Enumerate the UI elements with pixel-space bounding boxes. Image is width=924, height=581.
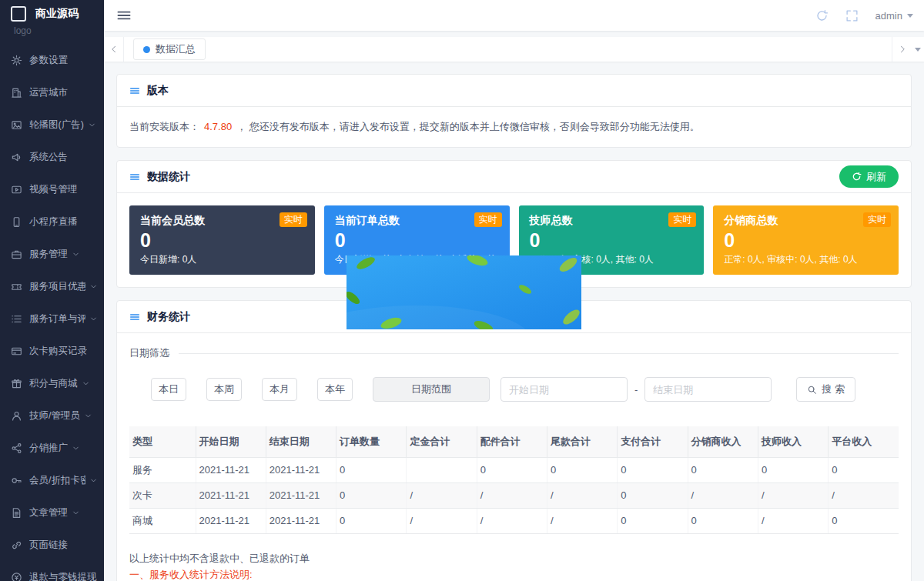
image-icon bbox=[11, 119, 22, 131]
col-header: 开始日期 bbox=[196, 426, 266, 457]
user-icon bbox=[11, 410, 22, 422]
tabs-scroll-left-button[interactable] bbox=[104, 37, 124, 62]
sidebar-item-orders-reviews[interactable]: 服务订单与评价 bbox=[0, 302, 104, 335]
date-filter-label: 日期筛选 bbox=[129, 346, 179, 360]
date-filter-divider: 日期筛选 bbox=[129, 353, 899, 354]
chevron-down-icon bbox=[82, 379, 90, 388]
tabs-bar: 数据汇总 bbox=[104, 37, 924, 62]
realtime-badge: 实时 bbox=[280, 212, 307, 227]
col-header: 配件合计 bbox=[477, 426, 547, 457]
sidebar-menu: 参数设置 运营城市 轮播图(广告) 系统公告 视频号管理 小程序直播 服务管理 … bbox=[0, 44, 104, 581]
today-button[interactable]: 本日 bbox=[151, 378, 186, 401]
link-icon bbox=[11, 539, 22, 551]
gear-icon bbox=[11, 55, 22, 66]
chevron-down-icon bbox=[89, 315, 98, 323]
tab-label: 数据汇总 bbox=[156, 42, 196, 56]
search-icon bbox=[807, 385, 817, 395]
note-line: 以上统计中均不含退款中、已退款的订单 bbox=[129, 551, 899, 566]
sidebar: 商业源码 logo 参数设置 运营城市 轮播图(广告) 系统公告 视频号管理 小… bbox=[0, 0, 104, 581]
search-button[interactable]: 搜 索 bbox=[796, 377, 855, 402]
panel-icon bbox=[129, 85, 140, 96]
start-date-input[interactable] bbox=[500, 377, 628, 402]
chevron-down-icon bbox=[89, 282, 98, 291]
realtime-badge: 实时 bbox=[863, 212, 891, 227]
stat-card-distributors: 分销商总数 实时 0 正常: 0人, 审核中: 0人, 其他: 0人 bbox=[713, 205, 899, 275]
sidebar-item-miniprogram-live[interactable]: 小程序直播 bbox=[0, 205, 104, 238]
sidebar-item-refunds-withdrawals[interactable]: 退款与零钱提现 bbox=[0, 561, 104, 581]
realtime-badge: 实时 bbox=[474, 212, 502, 227]
megaphone-icon bbox=[11, 152, 22, 163]
admin-username: admin bbox=[875, 10, 902, 22]
banner-graphic bbox=[346, 255, 581, 329]
chevron-down-icon bbox=[915, 48, 921, 52]
version-prefix: 当前安装版本： bbox=[129, 121, 199, 132]
list-icon bbox=[11, 313, 22, 325]
tab-data-summary[interactable]: 数据汇总 bbox=[133, 38, 206, 60]
refresh-button[interactable]: 刷新 bbox=[839, 165, 899, 188]
sidebar-item-page-links[interactable]: 页面链接 bbox=[0, 529, 104, 561]
sidebar-item-banner-ads[interactable]: 轮播图(广告) bbox=[0, 109, 104, 141]
col-header: 结束日期 bbox=[266, 426, 336, 457]
statistics-notes: 以上统计中均不含退款中、已退款的订单 一、服务收入统计方法说明: a）订单数量：… bbox=[129, 551, 899, 581]
col-header: 支付合计 bbox=[618, 426, 688, 457]
chevron-down-icon bbox=[72, 444, 80, 452]
stat-value: 0 bbox=[140, 229, 304, 252]
panel-icon bbox=[129, 172, 140, 182]
sidebar-item-announcements[interactable]: 系统公告 bbox=[0, 141, 104, 173]
sidebar-item-params[interactable]: 参数设置 bbox=[0, 44, 104, 76]
chevron-down-icon bbox=[84, 412, 92, 420]
date-range-button[interactable]: 日期范围 bbox=[373, 377, 490, 402]
sidebar-item-video-account[interactable]: 视频号管理 bbox=[0, 173, 104, 205]
stats-card-title: 数据统计 bbox=[147, 170, 190, 184]
this-month-button[interactable]: 本月 bbox=[262, 378, 297, 401]
sidebar-item-staff-admin[interactable]: 技师/管理员 bbox=[0, 399, 104, 432]
refresh-icon[interactable] bbox=[815, 9, 829, 22]
admin-dropdown[interactable]: admin bbox=[875, 10, 913, 22]
table-header-row: 类型 开始日期 结束日期 订单数量 定金合计 配件合计 尾款合计 支付合计 分销… bbox=[129, 426, 899, 457]
tab-active-dot bbox=[143, 46, 150, 53]
tabs-dropdown-button[interactable] bbox=[912, 37, 924, 62]
sidebar-item-coupons[interactable]: 服务项目优惠券 bbox=[0, 270, 104, 302]
logo-area: 商业源码 logo bbox=[0, 0, 104, 39]
col-header: 技师收入 bbox=[758, 426, 828, 457]
stat-value: 0 bbox=[335, 229, 499, 252]
stat-value: 0 bbox=[724, 229, 888, 252]
sidebar-item-service-mgmt[interactable]: 服务管理 bbox=[0, 238, 104, 270]
ticket-icon bbox=[11, 281, 22, 292]
this-week-button[interactable]: 本周 bbox=[206, 378, 242, 401]
menu-collapse-icon[interactable] bbox=[116, 8, 132, 23]
col-header: 分销商收入 bbox=[688, 426, 758, 457]
col-header: 定金合计 bbox=[407, 426, 477, 457]
app-title: 商业源码 bbox=[35, 7, 79, 21]
table-row-service: 服务 2021-11-21 2021-11-21 0 0 0 0 0 0 0 bbox=[129, 457, 899, 482]
chevron-down-icon bbox=[72, 250, 80, 259]
date-separator: - bbox=[634, 384, 638, 396]
stat-value: 0 bbox=[530, 229, 694, 252]
chevron-right-icon bbox=[898, 45, 907, 54]
sidebar-item-articles[interactable]: 文章管理 bbox=[0, 496, 104, 529]
refresh-icon bbox=[852, 172, 862, 182]
col-header: 尾款合计 bbox=[547, 426, 617, 457]
building-icon bbox=[11, 87, 22, 99]
briefcase-icon bbox=[11, 249, 22, 260]
stat-desc: 正常: 0人, 审核中: 0人, 其他: 0人 bbox=[724, 253, 888, 266]
stat-desc: 今日新增: 0人 bbox=[140, 253, 304, 266]
share-icon bbox=[11, 442, 22, 454]
sidebar-item-card-purchases[interactable]: 次卡购买记录 bbox=[0, 335, 104, 367]
sidebar-item-points-mall[interactable]: 积分与商城 bbox=[0, 367, 104, 399]
stat-card-members: 当前会员总数 实时 0 今日新增: 0人 bbox=[129, 205, 315, 275]
note-line: 一、服务收入统计方法说明: bbox=[129, 567, 899, 581]
this-year-button[interactable]: 本年 bbox=[317, 378, 353, 401]
sidebar-item-members-cards[interactable]: 会员/折扣卡密 bbox=[0, 464, 104, 496]
tabs-scroll-right-button[interactable] bbox=[892, 37, 912, 62]
promo-banner-image bbox=[346, 255, 581, 329]
sidebar-item-distribution[interactable]: 分销推广 bbox=[0, 432, 104, 464]
date-filter-row: 本日 本周 本月 本年 日期范围 - 搜 索 bbox=[129, 377, 899, 402]
sidebar-item-cities[interactable]: 运营城市 bbox=[0, 76, 104, 109]
col-header: 类型 bbox=[129, 426, 196, 457]
fullscreen-icon[interactable] bbox=[845, 9, 859, 22]
end-date-input[interactable] bbox=[644, 377, 772, 402]
logo-alt-text: logo bbox=[14, 25, 95, 36]
chevron-down-icon bbox=[89, 476, 98, 485]
chevron-left-icon bbox=[109, 45, 119, 54]
